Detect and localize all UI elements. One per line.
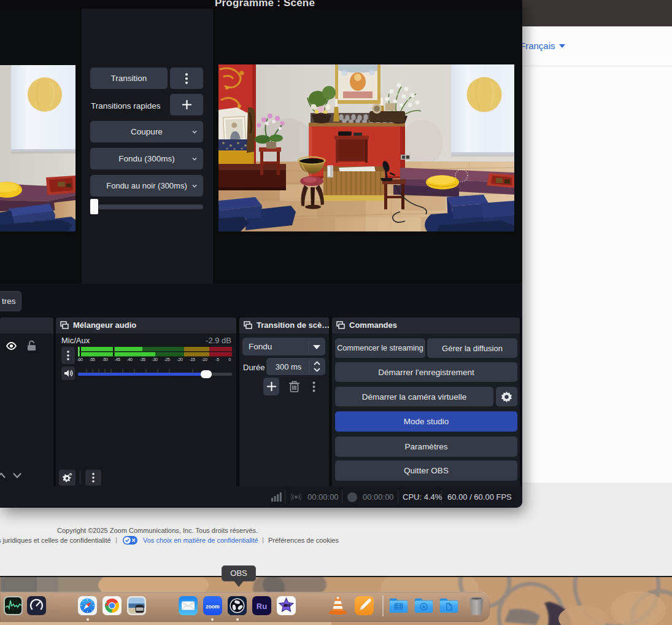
svg-text:zoom: zoom xyxy=(206,604,220,610)
svg-text:Ru: Ru xyxy=(257,602,267,611)
